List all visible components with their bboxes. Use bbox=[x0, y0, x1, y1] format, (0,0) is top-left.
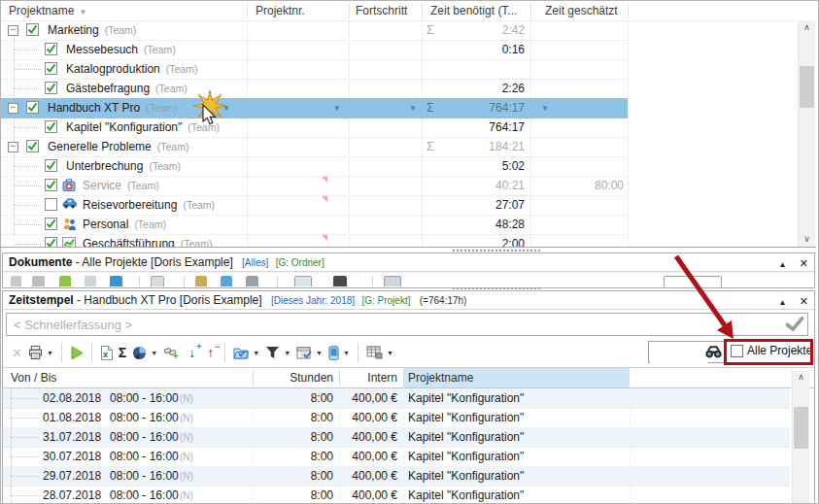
people-icon bbox=[62, 218, 78, 231]
time-entry-row[interactable]: 01.08.201808:00 - 16:00(N)8:00400,00 €Ka… bbox=[3, 408, 790, 428]
zeitstempel-period-tag: [Dieses Jahr: 2018] bbox=[271, 295, 355, 306]
close-panel-icon[interactable]: ✕ bbox=[800, 295, 808, 307]
chevron-down-icon[interactable]: ▼ bbox=[151, 350, 157, 356]
tree-row[interactable]: Messebesuch(Team)0:16 bbox=[1, 40, 628, 60]
row-checkbox[interactable] bbox=[45, 120, 57, 133]
play-icon[interactable] bbox=[70, 342, 84, 363]
arrow-up-minus-icon[interactable]: ↑− bbox=[204, 342, 217, 363]
time-table-scrollbar-thumb[interactable] bbox=[794, 407, 808, 449]
time-entry-row[interactable]: 29.07.201808:00 - 16:00(N)8:00400,00 €Ka… bbox=[3, 466, 790, 487]
column-header-stunden[interactable]: Stunden bbox=[252, 371, 333, 385]
tree-collapse-icon[interactable]: − bbox=[8, 25, 18, 36]
row-checkbox[interactable] bbox=[26, 23, 39, 36]
chevron-down-icon[interactable]: ▼ bbox=[47, 350, 53, 356]
time-entry-row[interactable]: 31.07.201808:00 - 16:00(N)8:00400,00 €Ka… bbox=[3, 427, 790, 448]
team-suffix: (Team) bbox=[157, 141, 189, 152]
quick-entry-input[interactable] bbox=[6, 313, 808, 336]
collapse-panel-icon[interactable]: ▲ bbox=[779, 260, 787, 269]
table-icon[interactable]: ▼ bbox=[366, 342, 393, 363]
open-folder-icon[interactable]: ▼ bbox=[233, 342, 259, 363]
add-link-icon[interactable]: + bbox=[163, 342, 180, 363]
row-checkbox[interactable] bbox=[45, 82, 57, 94]
dokumente-panel-header[interactable]: Dokumente - Alle Projekte [Doris Example… bbox=[3, 253, 814, 272]
row-checkbox[interactable] bbox=[26, 101, 39, 114]
project-label: Katalogproduktion(Team) bbox=[66, 62, 197, 76]
svg-text:+: + bbox=[173, 352, 179, 360]
zeitstempel-toolbar: ✕▼xΣ▼+↓+↑−▼▼▼▼▼ Alle Projekte bbox=[3, 338, 814, 368]
column-header-projektnr[interactable]: Projektnr. bbox=[256, 4, 305, 17]
column-header-projektname[interactable]: Projektname bbox=[408, 371, 473, 385]
sum-icon[interactable]: Σ bbox=[119, 342, 126, 363]
time-entry-row[interactable]: 30.07.201808:00 - 16:00(N)8:00400,00 €Ka… bbox=[3, 447, 790, 467]
tree-row[interactable]: Service(Team)40:2180:00 bbox=[1, 176, 628, 196]
alle-projekte-checkbox[interactable] bbox=[731, 345, 743, 357]
scroll-down-icon[interactable]: ∨ bbox=[799, 232, 815, 247]
collapse-panel-icon[interactable]: ▲ bbox=[779, 298, 787, 307]
tree-row[interactable]: −Generelle Probleme(Team)Σ184:21 bbox=[1, 137, 628, 157]
tree-row[interactable]: −Marketing(Team)Σ2:42 bbox=[1, 20, 628, 41]
chevron-down-icon[interactable]: ▼ bbox=[387, 350, 393, 356]
delete-icon[interactable]: ✕ bbox=[12, 342, 22, 363]
column-header-zeit-geschaetzt[interactable]: Zeit geschätzt bbox=[545, 4, 618, 17]
team-suffix: (Team) bbox=[144, 44, 176, 55]
arrow-down-plus-icon[interactable]: ↓+ bbox=[186, 342, 198, 363]
column-header-intern[interactable]: Intern bbox=[335, 371, 397, 385]
time-entry-row[interactable]: 28.07.201808:00 - 16:00(N)8:00400,00 €Ka… bbox=[3, 486, 790, 504]
chevron-down-icon[interactable]: ▼ bbox=[316, 350, 323, 356]
close-panel-icon[interactable]: ✕ bbox=[800, 257, 808, 269]
cell-dropdown-icon[interactable]: ▼ bbox=[222, 104, 230, 113]
scroll-up-icon[interactable]: ∧ bbox=[793, 370, 809, 385]
cell-dropdown-icon[interactable]: ▼ bbox=[541, 104, 549, 113]
tree-collapse-icon[interactable]: − bbox=[8, 142, 18, 152]
column-header-fortschritt[interactable]: Fortschritt bbox=[356, 4, 407, 17]
panel-splitter[interactable] bbox=[453, 250, 540, 252]
row-checkbox[interactable] bbox=[45, 218, 57, 230]
cell-dropdown-icon[interactable]: ▼ bbox=[333, 104, 341, 113]
row-checkbox[interactable] bbox=[45, 62, 57, 75]
chevron-down-icon[interactable]: ▼ bbox=[343, 350, 350, 356]
column-header-zeit-benoetigt[interactable]: Zeit benötigt (T... bbox=[430, 4, 517, 17]
row-checkbox[interactable] bbox=[26, 140, 39, 152]
chevron-down-icon[interactable]: ▼ bbox=[253, 350, 259, 356]
column-header-projektname[interactable]: Projektname▼ bbox=[9, 4, 86, 17]
tree-row[interactable]: Katalogproduktion(Team) bbox=[1, 59, 628, 80]
cell-dropdown-icon[interactable]: ▼ bbox=[409, 104, 417, 113]
pie-chart-icon[interactable]: ▼ bbox=[132, 342, 157, 363]
alle-projekte-toggle[interactable]: Alle Projekte bbox=[731, 344, 812, 357]
filter-icon[interactable]: ▼ bbox=[265, 342, 290, 363]
calendar-check-icon[interactable]: ▼ bbox=[296, 342, 323, 363]
row-checkbox[interactable] bbox=[45, 237, 57, 247]
project-label: Personal(Team) bbox=[83, 218, 166, 231]
tree-row[interactable]: Personal(Team)48:28 bbox=[1, 215, 628, 235]
zeitstempel-panel-header[interactable]: Zeitstempel - Handbuch XT Pro [Doris Exa… bbox=[3, 291, 814, 310]
tree-row[interactable]: Unterbrechung(Team)5:02 bbox=[1, 156, 628, 177]
search-input[interactable] bbox=[650, 343, 708, 363]
panel-splitter[interactable] bbox=[453, 287, 540, 289]
device-icon[interactable]: ▼ bbox=[328, 342, 350, 363]
chevron-down-icon[interactable]: ▼ bbox=[284, 350, 290, 356]
tree-row[interactable]: Gästebefragung(Team)2:26 bbox=[1, 79, 628, 99]
tree-row[interactable]: Geschäftsführung(Team)2:00 bbox=[1, 234, 628, 247]
time-table-scrollbar[interactable]: ∧ bbox=[792, 370, 809, 504]
entry-date: 29.07.2018 bbox=[43, 469, 101, 483]
tree-collapse-icon[interactable]: − bbox=[8, 103, 18, 114]
row-checkbox[interactable] bbox=[45, 43, 57, 55]
tree-row[interactable]: Kapitel "Konfiguration"(Team)764:17 bbox=[1, 118, 628, 138]
row-checkbox[interactable] bbox=[45, 198, 57, 211]
column-header-von-bis[interactable]: Von / Bis bbox=[11, 371, 56, 385]
tree-scrollbar[interactable]: ∧ ∨ bbox=[798, 20, 815, 247]
tree-scrollbar-thumb[interactable] bbox=[800, 66, 814, 108]
tree-row[interactable]: Reisevorbereitung(Team)27:07 bbox=[1, 195, 628, 216]
print-icon[interactable]: ▼ bbox=[28, 342, 53, 363]
row-checkbox[interactable] bbox=[45, 179, 57, 191]
entry-timerange: 08:00 - 16:00 bbox=[110, 430, 179, 444]
tree-row[interactable]: −Handbuch XT Pro(Team)Σ764:17▼▼▼▼ bbox=[1, 98, 628, 118]
row-checkbox[interactable] bbox=[45, 159, 57, 172]
zeit-benoetigt-value: 5:02 bbox=[422, 159, 525, 173]
scroll-up-icon[interactable]: ∧ bbox=[799, 20, 815, 35]
zeit-benoetigt-value: 2:42 bbox=[422, 23, 525, 37]
time-entry-row[interactable]: 02.08.201808:00 - 16:00(N)8:00400,00 €Ka… bbox=[3, 388, 790, 409]
entry-intern-value: 400,00 € bbox=[335, 450, 397, 463]
excel-export-icon[interactable]: x bbox=[100, 342, 113, 363]
check-icon[interactable] bbox=[785, 317, 804, 334]
